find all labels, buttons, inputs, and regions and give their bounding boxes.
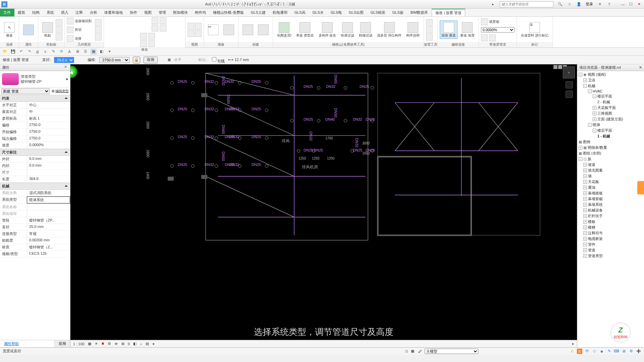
prop-row[interactable]: 偏移2750.0 bbox=[0, 122, 70, 129]
prop-row[interactable]: 系统类型喷淋系统 bbox=[0, 196, 70, 204]
st-h[interactable]: ➕ bbox=[636, 349, 641, 354]
star-icon[interactable]: ☆ bbox=[567, 2, 572, 7]
tree-node[interactable]: +楼梯 bbox=[577, 225, 644, 230]
ol6[interactable]: 选多层 同位构件 bbox=[375, 21, 404, 38]
tag-label[interactable]: 标记... bbox=[198, 57, 209, 62]
m4[interactable] bbox=[160, 25, 166, 32]
tab-gls4[interactable]: GLS电 bbox=[327, 9, 345, 16]
slope-icon[interactable] bbox=[481, 18, 488, 25]
prop-row[interactable]: 规格/类型CECS 125 bbox=[0, 251, 70, 257]
st-c[interactable]: ☻ bbox=[599, 349, 604, 354]
tab-annotate[interactable]: 注释 bbox=[72, 9, 87, 16]
pt2[interactable] bbox=[426, 26, 433, 33]
prop-row[interactable]: 材质镀锌钢管（Z... bbox=[0, 244, 70, 251]
tree-node[interactable]: −楼层平面 bbox=[577, 128, 644, 133]
tree-node[interactable]: +注释符号 bbox=[577, 230, 644, 236]
prop-row[interactable]: 内径0.0 mm bbox=[0, 163, 70, 169]
ol4[interactable]: 快速过滤 bbox=[339, 21, 356, 38]
qat-q5[interactable]: ⊞ bbox=[74, 49, 80, 55]
qat-active[interactable]: ▦ bbox=[91, 49, 97, 55]
prop-row[interactable]: 系统名称 bbox=[0, 204, 70, 210]
tree-node[interactable]: +三维视图 bbox=[577, 111, 644, 116]
st-2[interactable]: 🖉 bbox=[417, 349, 423, 354]
type-dropdown-icon[interactable]: ▾ bbox=[66, 77, 68, 81]
prop-row[interactable]: 尺寸 bbox=[0, 169, 70, 176]
maximize-button[interactable]: ☐ bbox=[627, 1, 635, 7]
prop-help-link[interactable]: 属性帮助 bbox=[2, 341, 21, 346]
tree-node[interactable]: +电缆桥架 bbox=[577, 236, 644, 242]
login-link[interactable]: 登录 bbox=[586, 2, 593, 7]
tab-addins[interactable]: 附加模块 bbox=[170, 9, 192, 16]
ol1[interactable]: 包围盒3D bbox=[275, 21, 293, 38]
ol7[interactable]: 构件说明 bbox=[404, 21, 422, 38]
create1[interactable] bbox=[240, 24, 255, 36]
sl1[interactable] bbox=[481, 35, 488, 41]
prop-row[interactable]: 管段镀锌钢管（ZP... bbox=[0, 217, 70, 224]
tab-view[interactable]: 视图 bbox=[141, 9, 155, 16]
tree-node[interactable]: −◫族 bbox=[577, 156, 644, 162]
modify-tool[interactable]: ↖修改 bbox=[2, 21, 17, 38]
browser-title[interactable]: 项目浏览器 - 喷淋建模.rvt bbox=[579, 65, 621, 70]
grp-constraint[interactable]: 约束 bbox=[2, 96, 9, 101]
sl2[interactable] bbox=[489, 35, 496, 41]
paste-button[interactable]: 粘贴 bbox=[40, 21, 55, 38]
m2[interactable] bbox=[152, 25, 158, 32]
v1[interactable] bbox=[187, 23, 194, 29]
tree-node[interactable]: −◉视图 (规程) bbox=[577, 72, 644, 77]
tree-node[interactable]: +机械设备 bbox=[577, 207, 644, 213]
join-icon[interactable] bbox=[67, 35, 73, 42]
prop-row[interactable]: 垂直对正中 bbox=[0, 109, 70, 115]
tree-node[interactable]: +管道类型 bbox=[577, 253, 644, 259]
vb-5[interactable]: 👁 bbox=[114, 342, 118, 346]
m5[interactable] bbox=[140, 33, 147, 40]
ol3[interactable]: 多构件 改名 bbox=[317, 21, 338, 38]
vb-scroll-left[interactable]: ◂ bbox=[152, 342, 154, 346]
cope-icon[interactable] bbox=[67, 18, 73, 24]
tree-node[interactable]: +幕墙嵌板 bbox=[577, 190, 644, 196]
v4[interactable] bbox=[195, 30, 202, 37]
tab-analyze[interactable]: 分析 bbox=[87, 9, 101, 16]
tab-gls6[interactable]: GLS精装 bbox=[367, 9, 389, 16]
property-grid[interactable]: 约束⏶ 水平对正中心垂直对正中参照标高标高 1偏移2750.0开始偏移2750.… bbox=[0, 95, 70, 340]
prop-row[interactable]: 粗糙度0.00200 mm bbox=[0, 237, 70, 244]
offset-icon[interactable] bbox=[117, 19, 127, 29]
qat-q6[interactable]: ☰ bbox=[83, 49, 89, 55]
vb-2[interactable]: ☀ bbox=[95, 342, 98, 346]
tab-gls5[interactable]: GLS出图 bbox=[345, 9, 367, 16]
st-e[interactable]: ⌨ bbox=[614, 349, 619, 354]
user-icon[interactable]: 👤 bbox=[576, 2, 582, 7]
tab-struct[interactable]: 结构 bbox=[29, 9, 43, 16]
tab-collab[interactable]: 协作 bbox=[126, 9, 141, 16]
v2[interactable] bbox=[187, 30, 194, 37]
add-vertical-button[interactable]: 添加 垂直 bbox=[440, 20, 458, 39]
tree-node[interactable]: −喷淋 bbox=[577, 122, 644, 128]
help-icon[interactable]: ? bbox=[606, 2, 612, 7]
info-icon[interactable]: ▸ bbox=[490, 2, 496, 7]
grp-dim[interactable]: 尺寸标注 bbox=[2, 150, 17, 155]
qat-redo[interactable]: ↷ bbox=[26, 49, 32, 55]
tree-node[interactable]: +幕墙竖梃 bbox=[577, 196, 644, 202]
tab-systems[interactable]: 系统 bbox=[43, 9, 58, 16]
cut-geom-icon[interactable] bbox=[67, 26, 73, 33]
tree-node[interactable]: +天花板平面 bbox=[577, 105, 644, 111]
move-icon[interactable] bbox=[106, 19, 116, 29]
tab-insert[interactable]: 插入 bbox=[58, 9, 72, 16]
qat-save[interactable]: 💾 bbox=[10, 49, 16, 55]
search-icon[interactable]: 🔍 bbox=[557, 2, 563, 7]
tree-node[interactable]: −HVAC bbox=[577, 89, 644, 94]
prop-row[interactable]: 系统缩写 bbox=[0, 210, 70, 217]
match-icon[interactable] bbox=[56, 34, 62, 41]
tree-node[interactable]: −楼层平面 bbox=[577, 94, 644, 99]
browser-close-icon[interactable]: ✕ bbox=[639, 65, 642, 70]
trim-icon[interactable] bbox=[140, 19, 150, 29]
tab-manage[interactable]: 管理 bbox=[155, 9, 170, 16]
tree-node[interactable]: +幕墙系统 bbox=[577, 202, 644, 207]
m6[interactable] bbox=[140, 40, 147, 47]
close-button[interactable]: ✕ bbox=[635, 1, 643, 7]
st-a[interactable]: 中 bbox=[584, 349, 590, 354]
ol5[interactable]: 精细过滤 bbox=[357, 21, 374, 38]
new-pipe-select[interactable]: 新建 管道 bbox=[1, 88, 50, 94]
st-f[interactable]: ⊞ bbox=[621, 349, 627, 354]
prop-row[interactable]: 外径0.0 mm bbox=[0, 156, 70, 163]
qat-undo[interactable]: ↶ bbox=[18, 49, 24, 55]
